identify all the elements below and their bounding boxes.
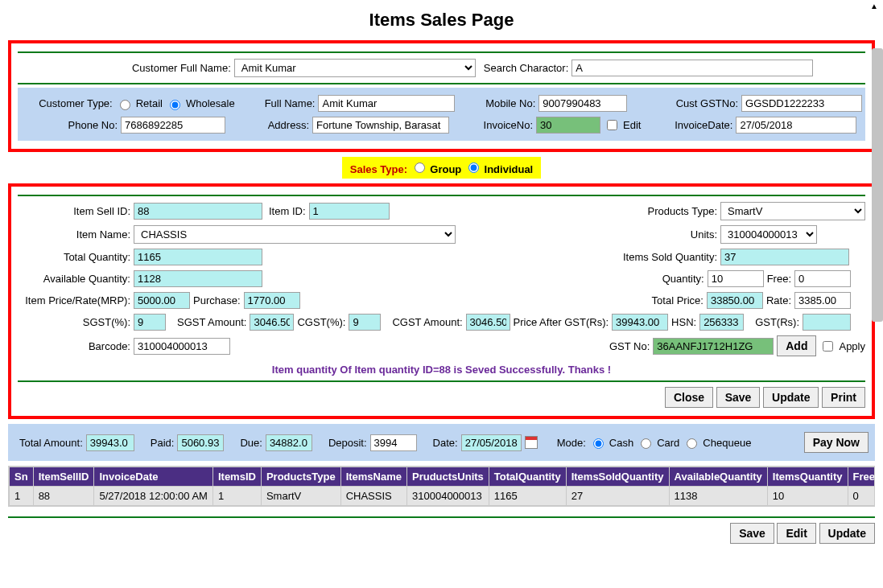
customer-full-name-select[interactable]: Amit Kumar [234,59,476,77]
footer-save-button[interactable]: Save [730,523,774,544]
column-header[interactable]: ItemsSoldQuantity [566,467,669,487]
column-header[interactable]: InvoiceDate [94,467,212,487]
item-id-label: Item ID: [269,205,306,217]
search-input[interactable] [571,60,813,76]
units-select[interactable]: 310004000013 [720,225,817,244]
purchase-input[interactable] [244,292,300,309]
table-cell: 1165 [489,487,566,506]
customer-detail-panel: Customer Type: Retail Wholesale Full Nam… [18,88,865,141]
hsn-label: HSN: [671,316,696,328]
free-input[interactable] [794,270,851,287]
cgst-amt-input[interactable] [466,314,510,331]
save-button[interactable]: Save [716,387,761,408]
gst-no-input[interactable] [653,338,774,355]
invoice-date-label: InvoiceDate: [652,119,732,131]
customer-type-label: Customer Type: [21,97,113,109]
sgst-amt-input[interactable] [250,314,294,331]
calendar-icon[interactable] [525,436,538,449]
column-header[interactable]: ItemSellID [33,467,94,487]
price-after-gst-input[interactable] [612,314,668,331]
sgst-pct-input[interactable] [134,314,166,331]
cgst-amt-label: CGST Amount: [392,316,462,328]
gst-rs-input[interactable] [803,314,851,331]
paid-input[interactable] [177,434,224,451]
products-type-select[interactable]: SmartV [720,202,865,220]
footer-edit-button[interactable]: Edit [777,523,815,544]
column-header[interactable]: TotalQuantity [489,467,566,487]
sold-qty-input[interactable] [720,249,849,265]
item-sell-id-input[interactable] [134,203,262,220]
invoice-no-input[interactable] [536,117,600,134]
table-cell: 1 [10,487,34,506]
apply-label: Apply [839,340,865,352]
cash-radio[interactable] [593,438,604,449]
column-header[interactable]: ItemsID [212,467,261,487]
table-cell: CHASSIS [340,487,406,506]
total-price-input[interactable] [707,292,763,309]
table-cell: 310004000013 [407,487,489,506]
table-cell: 1 [212,487,261,506]
due-input[interactable] [266,434,312,451]
qty-input[interactable] [708,270,764,287]
items-grid: SnItemSellIDInvoiceDateItemsIDProductsTy… [9,467,875,506]
item-sell-id-label: Item Sell ID: [18,205,130,217]
card-radio[interactable] [641,438,651,449]
address-input[interactable] [312,117,449,134]
table-row[interactable]: 1885/27/2018 12:00:00 AM1SmartVCHASSIS31… [10,487,876,506]
wholesale-radio[interactable] [170,100,180,110]
invoice-date-input[interactable] [736,117,856,134]
column-header[interactable]: ItemsName [340,467,406,487]
grid-scroll-container[interactable]: SnItemSellIDInvoiceDateItemsIDProductsTy… [8,466,875,507]
page-scrollbar[interactable] [872,48,883,322]
item-name-select[interactable]: CHASSIS [134,225,456,244]
pay-date-label: Date: [433,437,458,449]
mrp-label: Item Price/Rate(MRP): [18,294,130,306]
invoice-edit-checkbox[interactable] [607,120,617,130]
add-button[interactable]: Add [777,335,816,356]
individual-radio[interactable] [468,162,479,173]
deposit-input[interactable] [370,434,417,451]
item-name-label: Item Name: [18,228,130,241]
phone-input[interactable] [121,117,225,134]
column-header[interactable]: ProductsType [261,467,340,487]
column-header[interactable]: ItemsQuantity [767,467,848,487]
total-amount-label: Total Amount: [19,437,83,449]
total-qty-label: Total Quantity: [18,251,130,263]
total-amount-input[interactable] [86,434,134,451]
column-header[interactable]: AvailableQuantity [669,467,767,487]
mrp-input[interactable] [134,292,190,309]
group-radio[interactable] [415,162,425,173]
footer-update-button[interactable]: Update [819,523,875,544]
mobile-label: Mobile No: [474,97,535,109]
table-cell: 5/27/2018 12:00:00 AM [94,487,212,506]
gst-rs-label: GST(Rs): [755,316,799,328]
avail-qty-input[interactable] [134,270,262,287]
table-cell: 0 [848,487,875,506]
pay-date-input[interactable] [461,434,522,451]
paid-label: Paid: [151,437,175,449]
total-qty-input[interactable] [134,249,262,265]
cgst-pct-input[interactable] [349,314,381,331]
print-button[interactable]: Print [822,387,865,408]
item-id-input[interactable] [309,203,390,220]
page-title: Items Sales Page [8,10,875,31]
close-button[interactable]: Close [665,387,713,408]
full-name-input[interactable] [318,95,455,112]
cust-gst-input[interactable] [741,95,862,112]
rate-input[interactable] [794,292,851,309]
pay-now-button[interactable]: Pay Now [804,432,869,453]
column-header[interactable]: Sn [10,467,34,487]
sgst-pct-label: SGST(%): [18,316,130,328]
mobile-input[interactable] [538,95,627,112]
column-header[interactable]: Free [848,467,875,487]
apply-checkbox[interactable] [823,341,833,352]
cgst-pct-label: CGST(%): [297,316,345,328]
column-header[interactable]: PruductsUnits [407,467,489,487]
invoice-no-label: InvoiceNo: [468,119,533,131]
update-button[interactable]: Update [763,387,819,408]
table-cell: 88 [33,487,94,506]
retail-radio[interactable] [120,100,130,110]
hsn-input[interactable] [699,314,744,331]
cheque-radio[interactable] [687,438,697,449]
barcode-input[interactable] [134,338,230,355]
